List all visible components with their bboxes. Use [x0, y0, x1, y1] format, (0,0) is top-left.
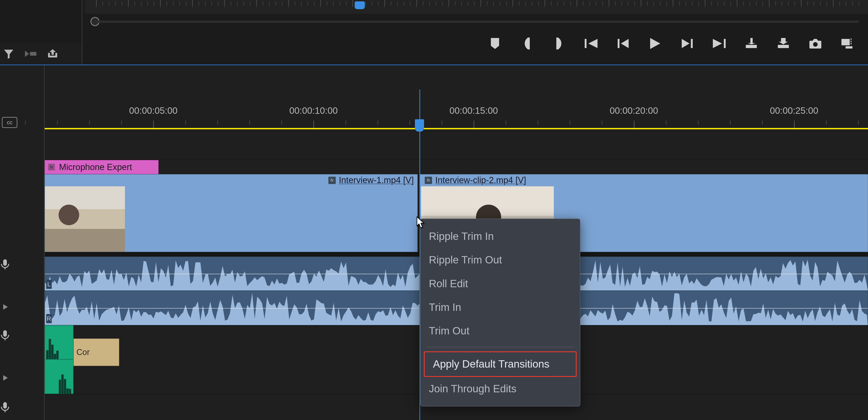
mouse-cursor-icon — [416, 216, 425, 227]
in-out-range-bar[interactable] — [44, 128, 868, 129]
edit-point-context-menu: Ripple Trim In Ripple Trim Out Roll Edit… — [420, 218, 580, 407]
auto-sequence-icon[interactable] — [24, 48, 37, 60]
filter-icon[interactable] — [2, 48, 15, 60]
ruler-label: 00:00:25:00 — [770, 106, 818, 116]
menu-separator — [426, 347, 575, 347]
ruler-label: 00:00:15:00 — [450, 106, 498, 116]
expand-track-a2-toggle[interactable] — [2, 375, 10, 383]
go-to-out-button[interactable] — [712, 37, 726, 50]
fx-badge-icon: fx — [329, 177, 336, 184]
audio-channel-left — [45, 326, 73, 360]
export-icon[interactable] — [46, 48, 59, 60]
menu-item-ripple-trim-out[interactable]: Ripple Trim Out — [421, 248, 580, 272]
audio-clip-a2-green[interactable] — [44, 325, 73, 394]
export-frame-button[interactable] — [841, 37, 854, 50]
voiceover-record-a3-button[interactable] — [1, 402, 10, 411]
channel-tag-l: L — [46, 280, 52, 289]
ruler-label: 00:00:10:00 — [289, 106, 338, 116]
graphic-clip-microphone-expert[interactable]: fx Microphone Expert — [44, 160, 159, 174]
snapshot-button[interactable] — [808, 37, 822, 50]
video-clip-interview-1[interactable]: fx Interview-1.mp4 [V] — [44, 174, 417, 252]
timeline-tracks-area[interactable]: 00:00:05:00 00:00:10:00 00:00:15:00 00:0… — [44, 65, 868, 420]
voiceover-record-a1-button[interactable] — [1, 259, 10, 268]
transport-controls — [488, 34, 854, 53]
mark-out-button[interactable] — [552, 37, 566, 50]
voiceover-record-a2-button[interactable] — [1, 330, 10, 339]
ruler-label: 00:00:05:00 — [129, 106, 177, 116]
time-ruler[interactable]: 00:00:05:00 00:00:10:00 00:00:15:00 00:0… — [44, 65, 868, 108]
clip-label: Cor — [76, 348, 90, 357]
ruler-label: 00:00:20:00 — [610, 106, 658, 116]
overwrite-button[interactable] — [776, 37, 790, 50]
upper-playhead-handle[interactable] — [355, 1, 365, 9]
menu-item-ripple-trim-in[interactable]: Ripple Trim In — [421, 224, 580, 248]
insert-button[interactable] — [744, 37, 758, 50]
panel-divider[interactable] — [82, 0, 82, 65]
menu-item-join-through-edits[interactable]: Join Through Edits — [421, 377, 580, 400]
menu-item-trim-out[interactable]: Trim Out — [421, 319, 580, 342]
lane-divider — [44, 159, 868, 159]
project-panel-mini-tools — [0, 43, 82, 64]
upper-ruler-ticks — [85, 0, 868, 14]
menu-item-trim-in[interactable]: Trim In — [421, 296, 580, 319]
step-back-button[interactable] — [616, 37, 630, 50]
audio-channel-right — [45, 360, 73, 394]
zoom-scrollbar-track[interactable] — [96, 21, 859, 23]
add-marker-button[interactable] — [488, 37, 502, 50]
clip-label: Microphone Expert — [59, 162, 132, 172]
menu-item-apply-default-transitions[interactable]: Apply Default Transitions — [424, 351, 577, 377]
upper-mini-ruler[interactable] — [85, 0, 868, 14]
timeline-panel: cc 00:00:05:00 00:00:10:00 00:00:15:00 0… — [0, 65, 868, 420]
clip-thumbnail — [45, 186, 125, 252]
captions-track-toggle[interactable]: cc — [2, 117, 18, 128]
cc-label: cc — [7, 119, 12, 126]
step-forward-button[interactable] — [680, 37, 694, 50]
clip-label: Interview-1.mp4 [V] — [339, 175, 414, 185]
playhead-handle[interactable] — [415, 119, 424, 131]
track-header-column: cc — [0, 65, 44, 420]
audio-clip-a2-beige[interactable]: Cor — [73, 338, 119, 366]
fx-badge-icon: fx — [425, 177, 432, 184]
menu-item-roll-edit[interactable]: Roll Edit — [421, 272, 580, 296]
channel-tag-r: R — [46, 314, 52, 323]
play-button[interactable] — [648, 37, 662, 50]
clip-label: Interview-clip-2.mp4 [V] — [435, 175, 526, 185]
expand-track-a1-toggle[interactable] — [2, 304, 10, 311]
fx-badge-icon: fx — [48, 163, 55, 171]
mark-in-button[interactable] — [520, 37, 534, 50]
go-to-in-button[interactable] — [584, 37, 598, 50]
